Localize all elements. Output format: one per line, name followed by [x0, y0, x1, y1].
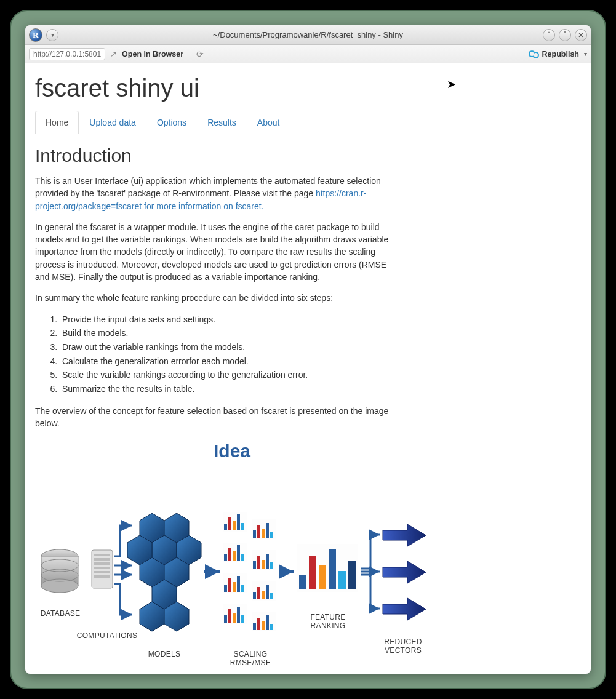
diagram-label-reduced-vectors: REDUCED VECTORS: [366, 637, 440, 655]
tab-upload-data[interactable]: Upload data: [79, 111, 146, 134]
svg-rect-37: [233, 551, 236, 561]
svg-marker-79: [383, 598, 426, 620]
tab-bar: Home Upload data Options Results About: [35, 111, 581, 134]
svg-rect-69: [270, 624, 273, 630]
svg-rect-10: [94, 571, 110, 573]
intro-paragraph-1: This is an User Interface (ui) applicati…: [35, 175, 392, 212]
svg-rect-54: [257, 587, 260, 599]
svg-rect-74: [329, 549, 336, 589]
svg-rect-6: [94, 554, 110, 556]
svg-rect-30: [257, 525, 260, 538]
svg-rect-43: [262, 560, 265, 569]
list-item: Build the models.: [60, 327, 392, 340]
list-item: Draw out the variable rankings from the …: [60, 341, 392, 354]
svg-rect-7: [94, 558, 110, 561]
svg-rect-71: [299, 575, 306, 589]
svg-rect-49: [233, 582, 236, 592]
app-menu-dropdown-icon[interactable]: ▾: [46, 29, 58, 41]
open-in-browser-button[interactable]: Open in Browser: [122, 50, 183, 58]
server-icon: [92, 550, 113, 588]
database-icon: [41, 549, 78, 593]
svg-rect-38: [237, 545, 240, 561]
republish-icon: [529, 50, 538, 58]
r-app-icon: R: [29, 28, 42, 42]
svg-rect-31: [262, 529, 265, 538]
svg-rect-60: [228, 609, 231, 623]
svg-rect-75: [338, 571, 346, 589]
svg-rect-11: [94, 575, 110, 578]
svg-rect-41: [253, 561, 256, 569]
svg-rect-44: [266, 554, 269, 569]
svg-rect-36: [228, 548, 231, 561]
list-item: Provide the input data sets and settings…: [60, 313, 392, 327]
diagram-label-scaling: SCALING RMSE/MSE: [220, 650, 281, 667]
svg-rect-42: [257, 556, 260, 569]
app-window: R ▾ ~/Documents/Programowanie/R/fscaret_…: [25, 25, 591, 674]
reload-icon[interactable]: ⟳: [196, 49, 204, 59]
maximize-icon[interactable]: ˄: [559, 29, 571, 41]
diagram-svg: [35, 470, 429, 655]
minimize-icon[interactable]: ˅: [543, 29, 555, 41]
scaling-charts-icon: [223, 512, 276, 631]
svg-rect-61: [233, 613, 236, 623]
svg-rect-9: [94, 567, 110, 569]
tab-about[interactable]: About: [247, 111, 290, 134]
svg-rect-76: [348, 561, 356, 589]
diagram-label-computations: COMPUTATIONS: [73, 631, 141, 640]
svg-rect-35: [224, 554, 227, 561]
diagram-title: Idea: [35, 441, 429, 461]
svg-rect-53: [253, 592, 256, 599]
toolbar-separator: [190, 49, 190, 59]
svg-rect-26: [237, 514, 240, 530]
svg-rect-66: [257, 618, 260, 630]
svg-rect-55: [262, 591, 265, 599]
svg-rect-23: [224, 524, 227, 530]
list-item: Summarize the the results in table.: [60, 383, 392, 396]
svg-rect-57: [270, 593, 273, 599]
popout-icon[interactable]: ↗: [110, 49, 117, 58]
page-content: fscaret shiny ui Home Upload data Option…: [25, 63, 591, 674]
svg-marker-77: [383, 524, 426, 546]
svg-rect-29: [253, 530, 256, 538]
svg-rect-27: [241, 523, 244, 530]
tab-options[interactable]: Options: [146, 111, 197, 134]
svg-rect-63: [241, 615, 244, 623]
concept-diagram: Idea: [35, 441, 429, 673]
diagram-label-feature-ranking: FEATURE RANKING: [292, 613, 364, 630]
tab-results[interactable]: Results: [197, 111, 247, 134]
svg-point-2: [41, 579, 78, 593]
url-field[interactable]: http://127.0.0.1:5801: [29, 48, 105, 60]
svg-rect-59: [224, 615, 227, 623]
feature-ranking-chart-icon: [297, 544, 358, 592]
tab-home[interactable]: Home: [35, 111, 79, 134]
svg-rect-24: [228, 517, 231, 530]
svg-rect-65: [253, 623, 256, 630]
browser-toolbar: http://127.0.0.1:5801 ↗ Open in Browser …: [25, 45, 591, 63]
list-item: Calculate the generalization errorfor ea…: [60, 355, 392, 369]
republish-dropdown-icon[interactable]: ▾: [584, 50, 587, 57]
reduced-vectors-arrows-icon: [383, 524, 426, 620]
svg-rect-72: [309, 556, 316, 589]
republish-button[interactable]: Republish: [542, 50, 579, 58]
fanout-arrows-2: [361, 535, 380, 609]
svg-rect-32: [266, 523, 269, 538]
section-heading: Introduction: [35, 145, 581, 166]
svg-rect-56: [266, 585, 269, 599]
svg-rect-73: [319, 565, 326, 589]
svg-rect-8: [94, 562, 110, 565]
svg-rect-51: [241, 585, 244, 592]
diagram-label-database: DATABASE: [39, 609, 82, 618]
svg-rect-25: [233, 521, 236, 530]
svg-marker-78: [383, 561, 426, 583]
close-icon[interactable]: ✕: [575, 29, 587, 41]
intro-paragraph-2: In general the fscaret is a wrapper modu…: [35, 221, 392, 283]
list-item: Scale the variable rankings according to…: [60, 369, 392, 382]
titlebar: R ▾ ~/Documents/Programowanie/R/fscaret_…: [25, 25, 591, 45]
diagram-label-models: MODELS: [140, 650, 189, 658]
svg-rect-50: [237, 576, 240, 592]
svg-rect-67: [262, 621, 265, 630]
fanout-arrows: [114, 525, 132, 615]
svg-rect-33: [270, 532, 273, 538]
svg-rect-48: [228, 578, 231, 592]
svg-rect-68: [266, 615, 269, 630]
